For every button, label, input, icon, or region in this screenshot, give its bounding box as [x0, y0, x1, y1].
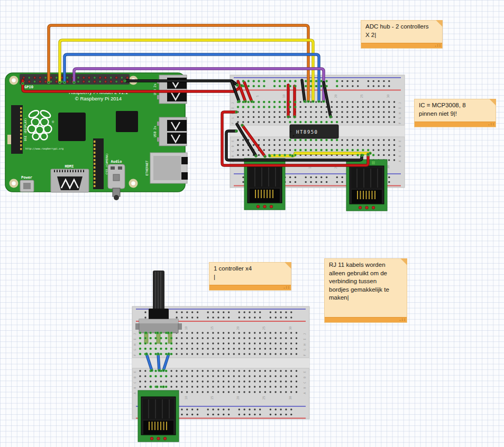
svg-text:20: 20 — [236, 396, 240, 400]
fritzing-canvas: 5510101515202025253030JJIIHHGGFFEEDDCCBB… — [0, 0, 504, 447]
hdmi-label: HDMI — [65, 164, 74, 169]
svg-text:E: E — [231, 140, 234, 142]
note-line: bordjes gemakkelijk te — [329, 286, 402, 294]
svg-text:E: E — [303, 371, 306, 373]
resize-grip-icon[interactable]: .:: — [488, 122, 494, 127]
note-line: maken| — [329, 294, 402, 302]
svg-text:J: J — [231, 102, 234, 104]
svg-text:J: J — [133, 333, 136, 334]
svg-text:D: D — [303, 376, 306, 378]
svg-text:G: G — [303, 349, 306, 350]
svg-text:25: 25 — [262, 396, 265, 400]
audio-jack: Audio — [108, 160, 125, 200]
svg-text:20: 20 — [236, 326, 240, 330]
svg-text:E: E — [398, 140, 401, 142]
note-bar[interactable]: .:: — [325, 317, 407, 322]
note-fold — [285, 262, 291, 269]
note-line: verbinding tussen — [329, 277, 402, 286]
ic-label: HT8950 — [296, 129, 318, 135]
svg-text:25: 25 — [262, 326, 265, 330]
svg-text:I: I — [398, 107, 401, 109]
svg-text:10: 10 — [184, 396, 188, 400]
usb2-label: USB 2x — [153, 126, 157, 137]
power-label: Power — [21, 175, 32, 180]
resize-grip-icon[interactable]: .:: — [434, 43, 441, 48]
note-controller[interactable]: 1 controller x4 | .:: — [209, 262, 291, 291]
svg-text:C: C — [303, 381, 306, 383]
registered-mark: ® — [52, 120, 54, 124]
svg-text:C: C — [231, 150, 234, 152]
svg-text:30: 30 — [386, 94, 390, 98]
note-adc-hub[interactable]: ADC hub - 2 controllers X 2| .:: — [361, 20, 443, 49]
note-ic[interactable]: IC = MCP3008, 8 pinnen niet 9|! .:: — [414, 99, 496, 127]
note-bar[interactable]: .:: — [209, 285, 291, 290]
svg-text:I: I — [303, 338, 306, 340]
usb1-label: USB 2x — [153, 83, 157, 95]
svg-text:F: F — [231, 122, 234, 124]
svg-text:C: C — [133, 381, 136, 383]
note-fold — [400, 258, 407, 265]
rj11-board-right[interactable] — [346, 160, 387, 211]
power-port: Power — [20, 175, 34, 192]
svg-text:F: F — [398, 122, 401, 124]
pi-copyright: © Raspberry Pi 2014 — [75, 96, 122, 101]
ethernet-port: ETHERNET — [145, 153, 188, 183]
pi-url: http://www.raspberrypi.org — [25, 147, 63, 150]
resize-grip-icon[interactable]: .:: — [283, 285, 290, 290]
svg-text:20: 20 — [334, 94, 337, 98]
usb-chip — [116, 111, 138, 132]
note-line: | — [214, 273, 287, 282]
svg-text:D: D — [133, 376, 136, 378]
svg-text:J: J — [303, 333, 306, 334]
svg-text:I: I — [231, 107, 234, 109]
svg-text:5: 5 — [255, 95, 259, 97]
svg-text:G: G — [398, 117, 401, 119]
svg-text:G: G — [231, 117, 234, 119]
ethernet-label: ETHERNET — [145, 160, 149, 175]
svg-text:15: 15 — [210, 326, 214, 330]
audio-label: Audio — [111, 160, 122, 164]
note-fold — [436, 20, 443, 27]
note-line: pinnen niet 9|! — [419, 110, 491, 118]
svg-text:10: 10 — [184, 326, 188, 330]
svg-text:D: D — [231, 145, 234, 147]
svg-text:C: C — [398, 150, 401, 152]
note-line: RJ 11 kabels worden — [329, 261, 402, 269]
dsi-label: DSI (DISPLAY) — [24, 118, 27, 141]
svg-text:H: H — [303, 343, 306, 345]
rj11-board-bottom[interactable] — [138, 390, 179, 442]
svg-text:30: 30 — [288, 326, 292, 330]
diagram-svg: 5510101515202025253030JJIIHHGGFFEEDDCCBB… — [0, 0, 504, 447]
soc-chip — [58, 113, 86, 141]
gpio-label: GPIO — [24, 85, 33, 89]
svg-text:25: 25 — [360, 94, 363, 98]
note-bar[interactable]: .:: — [415, 122, 496, 127]
note-line: IC = MCP3008, 8 — [419, 101, 491, 110]
svg-text:10: 10 — [282, 94, 286, 98]
note-line: X 2| — [365, 31, 438, 40]
svg-text:E: E — [133, 371, 136, 373]
rj11-green-pad — [372, 161, 375, 164]
svg-text:15: 15 — [210, 396, 214, 400]
svg-text:F: F — [303, 354, 306, 356]
svg-text:H: H — [398, 112, 401, 114]
ic-chip[interactable]: HT8950 — [290, 125, 338, 138]
note-line: alleen gebruikt om de — [329, 269, 402, 278]
note-bar[interactable]: .:: — [361, 43, 442, 48]
note-line: 1 controller x4 — [214, 265, 287, 273]
svg-text:D: D — [398, 145, 401, 147]
svg-text:G: G — [133, 349, 136, 350]
note-rj11[interactable]: RJ 11 kabels worden alleen gebruikt om d… — [324, 258, 407, 323]
svg-text:I: I — [133, 338, 136, 340]
resize-grip-icon[interactable]: .:: — [399, 318, 406, 322]
note-fold — [489, 99, 496, 106]
note-line: ADC hub - 2 controllers — [365, 23, 438, 31]
svg-text:H: H — [133, 343, 136, 345]
svg-text:J: J — [398, 102, 401, 104]
svg-text:30: 30 — [288, 396, 292, 400]
svg-text:F: F — [133, 354, 136, 356]
